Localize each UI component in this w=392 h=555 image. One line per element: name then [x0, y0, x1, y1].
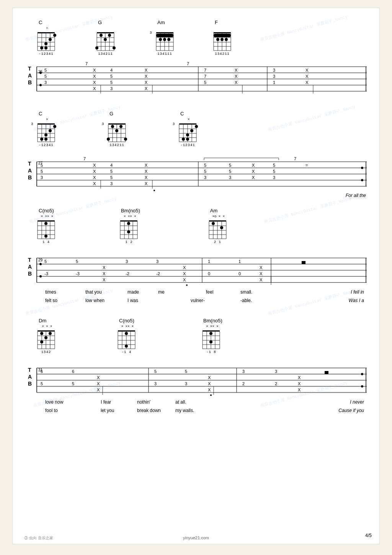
svg-point-12 — [44, 42, 47, 45]
svg-point-149 — [186, 138, 189, 141]
lyric-that-you: that you — [85, 289, 102, 295]
svg-text:X: X — [235, 80, 238, 85]
svg-text:X: X — [183, 265, 186, 270]
svg-text:3: 3 — [41, 175, 43, 180]
svg-text:X: X — [145, 175, 148, 180]
chord-F-1: F 134211 — [212, 20, 233, 56]
svg-point-55 — [216, 38, 219, 41]
chord-Am-1: Am 3 — [154, 20, 175, 56]
svg-point-43 — [167, 38, 170, 41]
svg-point-42 — [163, 38, 166, 41]
svg-text:X: X — [103, 265, 106, 270]
svg-text:T: T — [28, 367, 31, 373]
svg-point-29 — [113, 46, 116, 49]
svg-text:X: X — [145, 169, 148, 174]
svg-text:X: X — [103, 278, 106, 282]
svg-point-209 — [44, 222, 47, 225]
svg-text:4: 4 — [110, 163, 113, 167]
svg-text:X: X — [260, 271, 263, 276]
lyric-small: small. — [240, 289, 252, 295]
svg-text:X: X — [183, 271, 186, 276]
chord-Cno5-2: C(no5) × ×× × -1 4 — [116, 318, 137, 354]
lyric-i-fell-in: I fell in — [351, 289, 364, 295]
svg-point-145 — [195, 125, 198, 128]
svg-point-71 — [39, 84, 42, 86]
lyric-times: times — [45, 289, 56, 295]
svg-point-221 — [127, 222, 130, 225]
bottom-logo: yinyue21.com — [183, 535, 209, 540]
svg-point-130 — [107, 138, 110, 141]
section-4: Dm × × × 134 — [24, 318, 368, 416]
svg-text:3: 3 — [156, 259, 158, 264]
lyrics-section3-line1: times that you made me feel small. I fel… — [39, 289, 368, 298]
svg-point-148 — [182, 138, 185, 141]
svg-text:X: X — [103, 271, 106, 276]
svg-text:X: X — [260, 278, 263, 282]
svg-point-132 — [115, 129, 118, 132]
svg-point-131 — [111, 125, 114, 128]
svg-text:5: 5 — [273, 163, 275, 167]
tab-staff-4: T A B 6 5 6 5 — [26, 357, 371, 397]
svg-rect-105 — [38, 123, 55, 125]
svg-text:X: X — [145, 181, 148, 186]
svg-text:X: X — [93, 175, 96, 180]
svg-text:-2: -2 — [156, 271, 160, 276]
svg-point-285 — [49, 332, 52, 335]
svg-text:X: X — [208, 388, 211, 392]
svg-text:X: X — [208, 381, 211, 386]
svg-point-25 — [95, 46, 98, 49]
chord-Dm: Dm × × × 134 — [36, 318, 57, 354]
svg-rect-0 — [38, 32, 55, 33]
svg-text:T: T — [28, 161, 31, 167]
svg-text:X: X — [93, 80, 96, 85]
measure-number-31: 31 — [38, 368, 42, 372]
svg-rect-120 — [108, 123, 126, 125]
svg-text:3: 3 — [273, 74, 275, 79]
svg-text:X: X — [145, 86, 148, 91]
lyric-vulner: vulner- — [191, 298, 205, 303]
svg-text:1: 1 — [273, 80, 275, 85]
svg-text:1: 1 — [208, 259, 210, 264]
lyric-love-now: love now — [45, 399, 63, 405]
svg-text:X: X — [183, 278, 186, 282]
svg-point-309 — [209, 332, 212, 335]
lyric-at-all: at all. — [175, 399, 186, 405]
svg-text:B: B — [28, 271, 32, 277]
measure-number-25: 25 — [38, 70, 42, 74]
svg-point-233 — [212, 222, 215, 225]
svg-text:X: X — [260, 265, 263, 270]
svg-text:X: X — [252, 169, 255, 174]
svg-text:2: 2 — [242, 381, 245, 386]
svg-text:5: 5 — [229, 163, 231, 167]
chord-Am-2: Am ×o × × 2 1 — [207, 208, 228, 244]
lyric-me: me — [158, 289, 165, 295]
svg-text:3: 3 — [273, 68, 275, 72]
svg-point-284 — [44, 336, 47, 339]
svg-point-298 — [125, 345, 128, 348]
svg-text:0: 0 — [208, 271, 210, 276]
svg-text:A: A — [28, 264, 32, 270]
lyric-my-walls: my walls. — [175, 408, 194, 413]
site-url: yinyue21.com — [183, 535, 209, 540]
chord-G-2: G 3 — [106, 111, 127, 147]
svg-point-27 — [104, 38, 107, 41]
svg-text:5: 5 — [44, 74, 47, 79]
chord-Cno5: C(no5) × ×× × 1 4 — [36, 208, 57, 244]
chord-C-3: C × 3 — [177, 111, 198, 147]
svg-text:T: T — [28, 66, 31, 72]
svg-text:X: X — [305, 74, 309, 79]
svg-point-210 — [44, 235, 47, 238]
svg-text:7: 7 — [294, 156, 296, 161]
svg-point-234 — [220, 226, 223, 229]
svg-point-10 — [53, 34, 56, 37]
svg-rect-40 — [156, 34, 173, 37]
svg-text:3: 3 — [154, 381, 157, 386]
svg-text:X: X — [97, 375, 100, 380]
svg-rect-273 — [38, 330, 55, 332]
svg-text:5: 5 — [204, 163, 206, 167]
svg-text:5: 5 — [44, 68, 47, 72]
svg-text:X: X — [145, 163, 148, 167]
svg-rect-54 — [214, 34, 231, 37]
svg-text:7: 7 — [83, 156, 86, 161]
lyric-break-down: break down — [137, 408, 161, 413]
